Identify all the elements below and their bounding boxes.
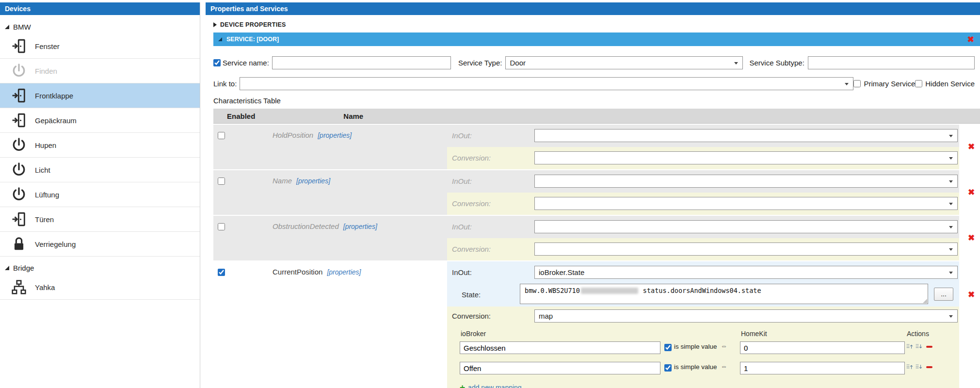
- inout-select[interactable]: [534, 129, 958, 142]
- tree-item-fenster[interactable]: Fenster: [0, 34, 200, 59]
- characteristic-enabled-checkbox[interactable]: [218, 132, 225, 139]
- mapping-column-iobroker: ioBroker: [461, 330, 486, 338]
- characteristic-name-text: HoldPosition: [273, 131, 313, 139]
- door-icon: [11, 211, 27, 227]
- tree-item-lueftung[interactable]: Lüftung: [0, 182, 200, 207]
- characteristics-table-title: Characteristics Table: [213, 97, 980, 105]
- tree-item-label: Türen: [35, 215, 54, 224]
- is-simple-value-label: is simple value: [674, 343, 717, 350]
- tree-group-bridge[interactable]: Bridge: [0, 260, 200, 275]
- tree-item-label: Licht: [35, 166, 50, 174]
- service-section-header[interactable]: SERVICE: [DOOR] ✖: [213, 32, 980, 46]
- characteristic-row-currentposition: CurrentPosition[properties] InOut: ioBro…: [213, 261, 980, 388]
- conversion-select[interactable]: map: [534, 309, 958, 323]
- state-label: State:: [462, 291, 481, 299]
- delete-characteristic-icon[interactable]: ✖: [968, 234, 975, 242]
- tree-item-label: Lüftung: [35, 191, 59, 199]
- characteristics-table-header: Enabled Name: [213, 109, 980, 124]
- tree-item-label: Yahka: [35, 283, 55, 291]
- network-icon: [11, 279, 27, 295]
- tree-item-hupen[interactable]: Hupen: [0, 133, 200, 158]
- characteristic-name: Name[properties]: [273, 177, 330, 185]
- tree-item-label: Gepäckraum: [35, 116, 77, 125]
- is-simple-value-checkbox[interactable]: [664, 344, 672, 351]
- door-icon: [11, 87, 27, 104]
- power-icon: [11, 137, 27, 153]
- column-header-name: Name: [343, 112, 363, 120]
- insert-row-below-icon[interactable]: [915, 343, 922, 350]
- conversion-label: Conversion:: [452, 312, 491, 320]
- power-icon: [11, 186, 27, 203]
- remove-mapping-icon[interactable]: [926, 346, 932, 348]
- plus-icon: +: [460, 383, 465, 388]
- tree-item-licht[interactable]: Licht: [0, 158, 200, 182]
- properties-link[interactable]: [properties]: [318, 131, 352, 139]
- link-to-select[interactable]: [240, 77, 853, 90]
- properties-link[interactable]: [properties]: [327, 268, 361, 276]
- expanded-triangle-icon: [5, 266, 9, 270]
- conversion-select[interactable]: [534, 197, 958, 210]
- state-value-input[interactable]: bmw.0.WBS2U710status.doorsAndWindows04.s…: [520, 284, 928, 304]
- hidden-service-checkbox[interactable]: [915, 80, 922, 87]
- properties-panel-title: Properties and Services: [210, 5, 288, 13]
- mapping-homekit-input[interactable]: [740, 362, 905, 374]
- inout-select[interactable]: [534, 175, 958, 188]
- service-name-checkbox[interactable]: [213, 59, 221, 66]
- properties-link[interactable]: [properties]: [296, 177, 330, 185]
- inout-select[interactable]: [534, 220, 958, 233]
- mapping-column-actions: Actions: [907, 330, 929, 338]
- characteristic-enabled-checkbox[interactable]: [218, 223, 225, 230]
- tree-item-label: Hupen: [35, 141, 56, 149]
- mapping-column-homekit: HomeKit: [741, 330, 767, 338]
- service-name-input[interactable]: [272, 56, 451, 69]
- add-new-mapping-link[interactable]: + add new mapping: [460, 383, 522, 388]
- resize-grip-icon[interactable]: [923, 299, 927, 303]
- conversion-label: Conversion:: [452, 199, 491, 208]
- tree-group-label: BMW: [13, 23, 31, 31]
- insert-row-above-icon[interactable]: [906, 363, 913, 371]
- door-icon: [11, 38, 27, 54]
- primary-service-checkbox[interactable]: [853, 80, 861, 87]
- is-simple-value-label: is simple value: [674, 363, 717, 371]
- characteristic-enabled-checkbox[interactable]: [218, 178, 225, 185]
- service-subtype-input[interactable]: [808, 56, 975, 69]
- tree-item-tueren[interactable]: Türen: [0, 207, 200, 232]
- inout-select[interactable]: ioBroker.State: [534, 266, 958, 279]
- mapping-homekit-input[interactable]: [740, 341, 905, 354]
- service-type-select[interactable]: Door: [505, 56, 743, 69]
- tree-group-bmw[interactable]: BMW: [0, 19, 200, 34]
- equivalence-icon: ⇔: [721, 342, 727, 350]
- remove-mapping-icon[interactable]: [926, 366, 932, 368]
- delete-characteristic-icon[interactable]: ✖: [968, 291, 975, 299]
- insert-row-above-icon[interactable]: [906, 343, 913, 350]
- delete-characteristic-icon[interactable]: ✖: [968, 188, 975, 196]
- redacted-text-block: [581, 288, 638, 294]
- device-tree: BMW Fenster Finden Frontklappe Gepäckrau…: [0, 15, 200, 300]
- inout-label: InOut:: [452, 177, 472, 185]
- add-new-mapping-label: add new mapping: [468, 384, 522, 388]
- is-simple-value-checkbox[interactable]: [664, 364, 672, 372]
- yahka-config-page: Devices BMW Fenster Finden Frontklappe: [0, 0, 980, 388]
- characteristic-enabled-checkbox[interactable]: [218, 269, 225, 276]
- insert-row-below-icon[interactable]: [915, 363, 922, 371]
- tree-item-verriegelung[interactable]: Verriegelung: [0, 232, 200, 257]
- hidden-service-label: Hidden Service: [925, 80, 975, 88]
- devices-panel: Devices BMW Fenster Finden Frontklappe: [0, 2, 200, 388]
- device-properties-section-header[interactable]: DEVICE PROPERTIES: [213, 21, 980, 28]
- mapping-iobroker-input[interactable]: [460, 362, 660, 374]
- tree-item-label: Verriegelung: [35, 240, 76, 248]
- tree-item-gepaeckraum[interactable]: Gepäckraum: [0, 108, 200, 133]
- tree-item-finden[interactable]: Finden: [0, 59, 200, 83]
- browse-state-button[interactable]: ...: [934, 288, 953, 301]
- column-header-enabled: Enabled: [227, 112, 255, 120]
- conversion-select[interactable]: [534, 151, 958, 164]
- properties-link[interactable]: [properties]: [343, 223, 377, 230]
- delete-characteristic-icon[interactable]: ✖: [968, 143, 975, 151]
- devices-panel-title: Devices: [5, 5, 31, 13]
- tree-item-yahka[interactable]: Yahka: [0, 275, 200, 300]
- conversion-select[interactable]: [534, 242, 958, 256]
- mapping-iobroker-input[interactable]: [460, 341, 660, 354]
- delete-service-icon[interactable]: ✖: [967, 35, 975, 44]
- link-to-label: Link to:: [213, 80, 237, 88]
- tree-item-frontklappe[interactable]: Frontklappe: [0, 83, 200, 108]
